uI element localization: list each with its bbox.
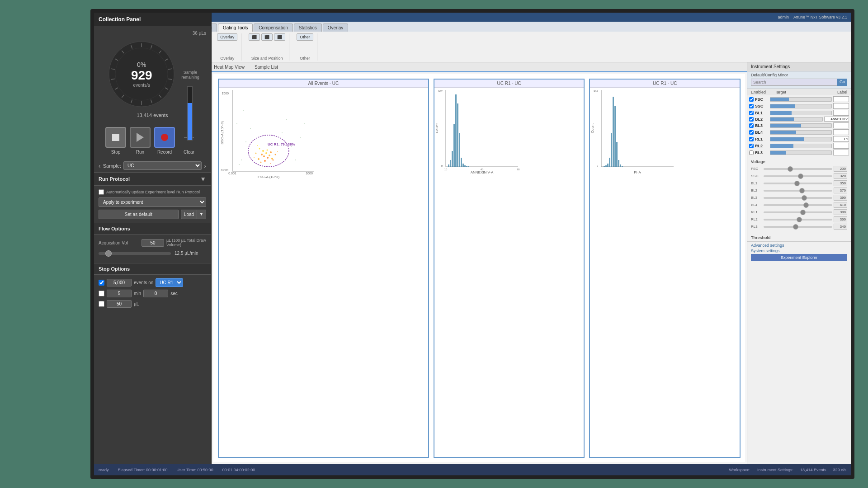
stop-vol-input[interactable] — [107, 300, 132, 308]
svg-point-50 — [250, 128, 251, 129]
voltage-ssc-row: SSC — [751, 173, 847, 179]
det-bl1-fill — [770, 111, 792, 115]
det-rl3-checkbox[interactable] — [749, 150, 754, 155]
load-dropdown-arrow[interactable]: ▼ — [197, 210, 206, 219]
sample-bar-container — [187, 86, 193, 141]
det-fsc-checkbox[interactable] — [749, 97, 754, 102]
flow-slider[interactable] — [99, 252, 171, 255]
subtab-sample-list[interactable]: Sample List — [250, 64, 283, 71]
acq-vol-input[interactable] — [142, 239, 164, 247]
voltage-bl1-slider[interactable] — [764, 183, 832, 184]
advanced-settings-link[interactable]: Advanced settings — [751, 243, 847, 248]
tab-compensation[interactable]: Compensation — [254, 23, 292, 32]
voltage-bl3-slider[interactable] — [764, 197, 832, 199]
det-bl2-checkbox[interactable] — [749, 117, 754, 122]
stop-events-input[interactable] — [107, 279, 132, 286]
svg-point-40 — [275, 154, 276, 155]
stop-time-checkbox[interactable] — [99, 291, 104, 296]
stop-vol-checkbox[interactable] — [99, 301, 104, 307]
subtab-heatmap[interactable]: Heat Map View — [209, 64, 249, 71]
size-icon1[interactable]: ⬛ — [249, 33, 260, 41]
voltage-fsc-input[interactable] — [834, 166, 847, 172]
voltage-rl3-slider[interactable] — [764, 226, 832, 228]
auto-update-checkbox[interactable] — [99, 189, 104, 195]
stop-min-input[interactable] — [107, 290, 132, 297]
voltage-rl1-slider[interactable] — [764, 211, 832, 213]
detector-table-header: Enabled Target Label — [747, 89, 851, 95]
det-rl2-input[interactable] — [833, 143, 849, 149]
voltage-bl2-input[interactable] — [834, 188, 847, 193]
voltage-bl2-label: BL2 — [751, 188, 762, 192]
svg-text:Count: Count — [435, 123, 439, 133]
det-bl4-checkbox[interactable] — [749, 130, 754, 135]
right-panel-header: Instrument Settings — [747, 62, 851, 71]
prev-sample-arrow[interactable]: ‹ — [99, 162, 101, 169]
overlay-btn[interactable]: Overlay — [217, 33, 237, 41]
voltage-rl3-input[interactable] — [834, 224, 847, 230]
next-sample-arrow[interactable]: › — [204, 162, 206, 169]
detector-search-input[interactable] — [751, 79, 837, 86]
tab-overlay[interactable]: Overlay — [323, 23, 348, 32]
det-bl1-checkbox[interactable] — [749, 111, 754, 115]
enabled-col-header: Enabled — [751, 90, 766, 94]
stop-events-checkbox[interactable] — [99, 280, 104, 286]
stop-options-header[interactable]: Stop Options — [94, 263, 211, 275]
other-btn[interactable]: Other — [297, 33, 313, 41]
stop-button[interactable]: Stop — [105, 127, 126, 155]
flow-options-header[interactable]: Flow Options — [94, 223, 211, 235]
svg-text:0: 0 — [597, 164, 599, 167]
tab-statistics[interactable]: Statistics — [294, 23, 322, 32]
stop-sec-input[interactable] — [143, 290, 168, 297]
plot-annexin-area[interactable]: Count ANNEXIN V-A 0 962 10 40 70 — [434, 88, 584, 455]
det-bl3-input[interactable] — [833, 122, 849, 128]
system-settings-link[interactable]: System settings — [751, 249, 847, 253]
right-panel: Instrument Settings Default/Config Minor… — [747, 62, 851, 464]
voltage-bl4-input[interactable] — [834, 202, 847, 208]
voltage-ssc-slider[interactable] — [764, 175, 832, 177]
det-bl3: BL3 — [749, 122, 849, 128]
gauge-wrapper: 0% 929 events/s Sampleremaining — [105, 38, 199, 110]
det-ssc-input[interactable] — [833, 103, 849, 109]
plot-scatter-area[interactable]: FSC-A (10^3) SSC-A (10^-3) 0.001 1000 0.… — [219, 88, 428, 455]
events-count: 13,414 events — [137, 113, 168, 118]
svg-point-29 — [261, 154, 263, 155]
stop-gate-select[interactable]: UC R1 — [156, 278, 183, 287]
experiment-explorer-btn[interactable]: Experiment Explorer — [751, 254, 847, 261]
plot-pi-area[interactable]: Count PI-A 0 962 — [590, 88, 740, 455]
det-rl1-input[interactable] — [833, 136, 849, 142]
size-icon3[interactable]: ⬛ — [274, 33, 285, 41]
det-fsc-input[interactable] — [833, 96, 849, 102]
voltage-rl1-input[interactable] — [834, 209, 847, 215]
det-rl1-checkbox[interactable] — [749, 137, 754, 141]
record-button[interactable]: Record — [154, 127, 175, 155]
screen: admin Attune™ NxT Software v3.2.1 File E… — [0, 0, 868, 488]
voltage-bl3-input[interactable] — [834, 195, 847, 201]
set-default-btn[interactable]: Set as default — [99, 210, 179, 219]
voltage-ssc-input[interactable] — [834, 173, 847, 179]
det-bl3-checkbox[interactable] — [749, 123, 754, 128]
voltage-rl2-slider[interactable] — [764, 219, 832, 221]
det-ssc-checkbox[interactable] — [749, 104, 754, 108]
voltage-bl1-thumb — [794, 181, 800, 186]
voltage-bl4-slider[interactable] — [764, 204, 832, 206]
svg-point-39 — [259, 148, 260, 150]
voltage-fsc-slider[interactable] — [764, 168, 832, 170]
det-bl2-input[interactable] — [824, 117, 849, 122]
voltage-bl1-input[interactable] — [834, 180, 847, 186]
size-icon2[interactable]: ⬛ — [261, 33, 273, 41]
det-bl4-input[interactable] — [833, 129, 849, 135]
apply-select[interactable]: Apply to experiment — [99, 197, 206, 207]
run-button[interactable]: Run — [130, 127, 151, 155]
run-protocol-header[interactable]: Run Protocol ▼ — [94, 172, 211, 186]
det-rl2-checkbox[interactable] — [749, 144, 754, 148]
det-rl3-input[interactable] — [833, 150, 849, 155]
sample-select[interactable]: UC — [123, 161, 202, 170]
voltage-bl2-slider[interactable] — [764, 190, 832, 192]
panel-title: Collection Panel — [94, 13, 211, 26]
search-button[interactable]: Go — [837, 79, 847, 86]
voltage-rl2-input[interactable] — [834, 216, 847, 222]
load-btn[interactable]: Load — [181, 210, 197, 219]
det-bl1-input[interactable] — [833, 110, 849, 116]
voltage-rl2-label: RL2 — [751, 217, 762, 221]
tab-gating-tools[interactable]: Gating Tools — [218, 23, 253, 32]
